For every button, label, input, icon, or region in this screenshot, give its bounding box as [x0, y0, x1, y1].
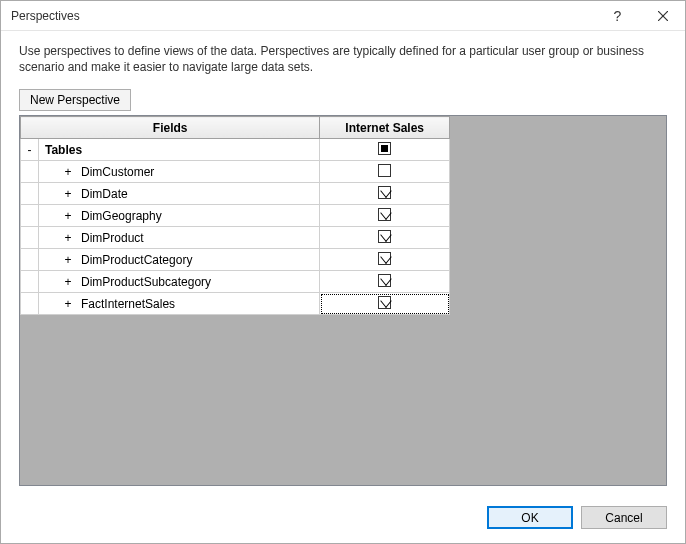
table-row: +DimGeography: [21, 205, 450, 227]
titlebar: Perspectives ?: [1, 1, 685, 31]
cancel-button[interactable]: Cancel: [581, 506, 667, 529]
column-header-perspective[interactable]: Internet Sales: [320, 117, 450, 139]
row-checkbox[interactable]: [378, 186, 391, 199]
expand-icon[interactable]: +: [61, 231, 75, 245]
table-row: +DimDate: [21, 183, 450, 205]
close-button[interactable]: [640, 1, 685, 31]
row-checkbox[interactable]: [378, 296, 391, 309]
row-checkbox[interactable]: [378, 230, 391, 243]
table-row: +DimProductCategory: [21, 249, 450, 271]
ok-button[interactable]: OK: [487, 506, 573, 529]
perspectives-grid: Fields Internet Sales -Tables+DimCustome…: [20, 116, 450, 315]
row-label[interactable]: DimProductCategory: [81, 253, 192, 267]
dialog-content: Use perspectives to define views of the …: [1, 31, 685, 496]
row-label[interactable]: FactInternetSales: [81, 297, 175, 311]
row-label[interactable]: DimProduct: [81, 231, 144, 245]
dialog-footer: OK Cancel: [1, 496, 685, 543]
table-row: +DimProductSubcategory: [21, 271, 450, 293]
perspectives-dialog: Perspectives ? Use perspectives to defin…: [0, 0, 686, 544]
table-row: +DimProduct: [21, 227, 450, 249]
table-row-root: -Tables: [21, 139, 450, 161]
row-gutter: [21, 227, 39, 248]
row-label[interactable]: DimDate: [81, 187, 128, 201]
row-checkbox[interactable]: [378, 208, 391, 221]
close-icon: [658, 11, 668, 21]
row-label[interactable]: DimProductSubcategory: [81, 275, 211, 289]
expand-icon[interactable]: +: [61, 253, 75, 267]
row-checkbox[interactable]: [378, 274, 391, 287]
column-header-fields[interactable]: Fields: [21, 117, 320, 139]
row-gutter: [21, 293, 39, 314]
description-text: Use perspectives to define views of the …: [19, 43, 667, 75]
table-row: +DimCustomer: [21, 161, 450, 183]
expand-icon[interactable]: +: [61, 275, 75, 289]
expand-icon[interactable]: +: [61, 297, 75, 311]
root-expander-icon[interactable]: -: [21, 139, 39, 160]
root-label[interactable]: Tables: [45, 143, 82, 157]
row-gutter: [21, 205, 39, 226]
expand-icon[interactable]: +: [61, 209, 75, 223]
perspectives-grid-area: Fields Internet Sales -Tables+DimCustome…: [19, 115, 667, 486]
row-checkbox[interactable]: [378, 252, 391, 265]
expand-icon[interactable]: +: [61, 165, 75, 179]
row-label[interactable]: DimGeography: [81, 209, 162, 223]
row-gutter: [21, 271, 39, 292]
help-button[interactable]: ?: [595, 1, 640, 31]
new-perspective-button[interactable]: New Perspective: [19, 89, 131, 111]
row-gutter: [21, 183, 39, 204]
expand-icon[interactable]: +: [61, 187, 75, 201]
row-gutter: [21, 161, 39, 182]
row-gutter: [21, 249, 39, 270]
row-label[interactable]: DimCustomer: [81, 165, 154, 179]
table-row: +FactInternetSales: [21, 293, 450, 315]
row-checkbox[interactable]: [378, 164, 391, 177]
window-title: Perspectives: [11, 9, 595, 23]
root-checkbox[interactable]: [378, 142, 391, 155]
